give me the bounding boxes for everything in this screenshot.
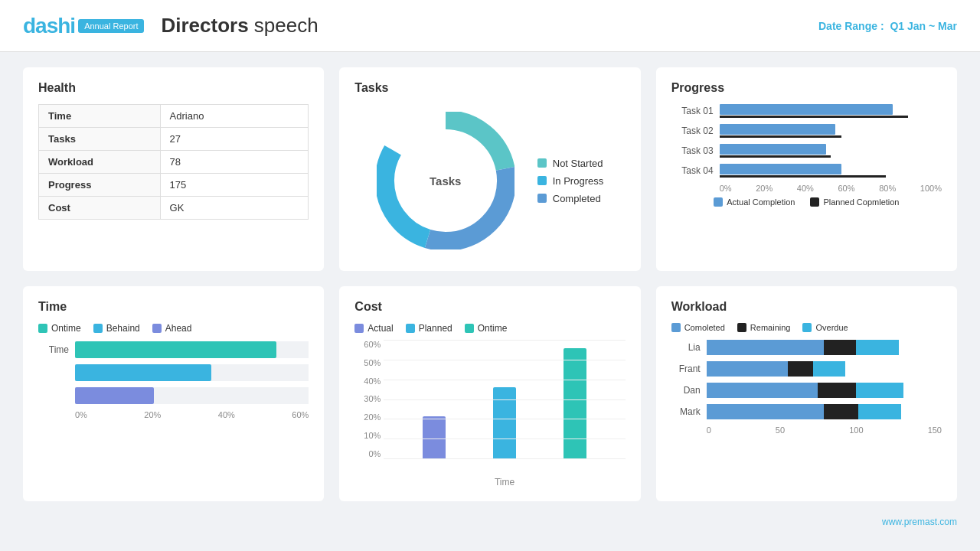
health-row-value: 78 (160, 151, 309, 174)
health-row-value: 27 (160, 128, 309, 151)
legend-dot (810, 197, 819, 207)
workload-overdue-segment (856, 340, 899, 355)
actual-bar (720, 124, 835, 135)
health-row-value: GK (160, 197, 309, 220)
workload-person-label: Lia (671, 342, 701, 353)
legend-dot (93, 324, 103, 333)
tasks-content: Tasks Not StartedIn ProgressCompleted (354, 104, 625, 257)
progress-legend-item: Actual Completion (714, 197, 795, 207)
time-bars: Time (38, 341, 309, 404)
workload-legend-item: Comoleted (671, 323, 725, 332)
workload-bar-row: Lia (671, 340, 942, 355)
workload-x-label: 50 (776, 425, 785, 435)
workload-bar-row: Frant (671, 361, 942, 377)
workload-bar-track (707, 361, 942, 377)
cost-legend: ActualPlannedOntime (354, 323, 625, 334)
health-row-value: 175 (160, 174, 309, 197)
planned-bar (720, 155, 831, 158)
workload-x-label: 0 (707, 425, 711, 435)
cost-card: Cost ActualPlannedOntime 60%50%40%30%20%… (339, 286, 640, 501)
tasks-card: Tasks Tasks Not StartedIn ProgressComple… (339, 67, 640, 271)
workload-person-label: Mark (671, 406, 701, 417)
donut-chart: Tasks (377, 112, 514, 249)
workload-completed-segment (707, 404, 825, 419)
header-left: dashi Annual Report Directors speech (23, 14, 318, 38)
cost-legend-item: Planned (406, 323, 452, 334)
time-legend-item: Ontime (38, 323, 81, 334)
progress-x-axis: 0%20%40%60%80%100% (671, 184, 942, 193)
actual-bar (720, 164, 842, 174)
time-bar (75, 387, 154, 404)
workload-x-label: 100 (849, 425, 863, 435)
health-row-label: Cost (39, 197, 161, 220)
legend-label: Behaind (106, 323, 140, 334)
workload-remaining-segment (818, 383, 856, 398)
health-row: CostGK (39, 197, 309, 220)
legend-dot (537, 158, 547, 168)
legend-dot (671, 323, 681, 332)
time-bar (75, 364, 211, 381)
progress-task-label: Task 02 (671, 126, 714, 136)
cost-gridline (384, 380, 625, 380)
workload-completed-segment (707, 340, 825, 355)
legend-label: Planned Copmletion (823, 197, 899, 207)
health-row: Progress175 (39, 174, 309, 197)
workload-legend: ComoletedRemainingOverdue (671, 323, 942, 332)
workload-remaining-segment (824, 404, 858, 419)
legend-label: Ahead (165, 323, 192, 334)
date-range-label: Date Range : (818, 20, 884, 32)
cost-gridline (384, 340, 625, 341)
workload-person-label: Dan (671, 385, 701, 396)
cost-y-label: 20% (354, 412, 381, 422)
footer-url: www.premast.com (882, 517, 957, 527)
progress-bar-track (720, 124, 942, 138)
cost-y-label: 10% (354, 431, 381, 440)
cost-bars-area (384, 340, 625, 458)
actual-bar (720, 104, 893, 115)
cost-y-label: 40% (354, 377, 381, 386)
cost-y-label: 50% (354, 358, 381, 367)
legend-label: Ontime (478, 323, 508, 334)
logo-badge: Annual Report (78, 19, 144, 33)
cost-y-label: 60% (354, 340, 381, 349)
cost-title: Cost (354, 300, 625, 314)
workload-remaining-segment (788, 361, 814, 377)
time-legend: OntimeBehaindAhead (38, 323, 309, 334)
legend-dot (714, 197, 723, 207)
cost-y-label: 30% (354, 394, 381, 403)
cost-gridline (384, 458, 625, 459)
cost-gridline (384, 419, 625, 419)
health-card: Health TimeAdrianoTasks27Workload78Progr… (23, 67, 324, 271)
time-bar-row (38, 387, 309, 404)
progress-row: Task 04 (671, 164, 942, 178)
progress-title: Progress (671, 81, 942, 95)
progress-chart: Task 01 Task 02 Task 03 Task 04 (671, 104, 942, 178)
progress-task-label: Task 03 (671, 145, 714, 156)
cost-chart-area: 60%50%40%30%20%10%0% (354, 340, 625, 474)
logo: dashi Annual Report (23, 14, 144, 38)
health-row-label: Tasks (39, 128, 161, 151)
time-x-axis: 0%20%40%60% (38, 410, 309, 419)
workload-bar-track (707, 340, 942, 355)
cost-gridline (384, 439, 625, 439)
legend-dot (406, 324, 415, 333)
planned-bar (720, 175, 887, 178)
progress-x-label: 80% (879, 184, 896, 193)
progress-x-label: 60% (838, 184, 855, 193)
health-row-label: Workload (39, 151, 161, 174)
workload-overdue-segment (813, 361, 845, 377)
time-legend-item: Behaind (93, 323, 140, 334)
date-range: Date Range : Q1 Jan ~ Mar (818, 20, 957, 32)
workload-completed-segment (707, 383, 818, 398)
workload-overdue-segment (856, 383, 903, 398)
time-bar (75, 341, 276, 358)
page-title-rest: speech (249, 14, 318, 37)
time-x-label: 40% (218, 410, 235, 419)
legend-dot (38, 324, 47, 333)
health-table: TimeAdrianoTasks27Workload78Progress175C… (38, 104, 309, 220)
time-legend-item: Ahead (152, 323, 192, 334)
progress-legend-item: Planned Copmletion (810, 197, 899, 207)
cost-bar (423, 416, 446, 458)
progress-x-label: 0% (720, 184, 732, 193)
footer: www.premast.com (0, 517, 980, 533)
